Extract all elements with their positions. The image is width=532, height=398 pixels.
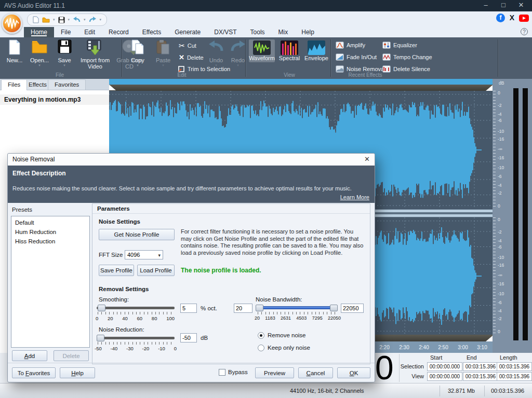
bandwidth-low-input[interactable]: 20 [234,304,252,313]
selection-start-field[interactable]: 00:00:00.000 [427,362,462,371]
file-size-status: 32.871 Mb [448,388,475,394]
delete-silence-button[interactable]: Delete Silence [382,65,430,73]
view-start-field[interactable]: 00:00:00.000 [427,372,462,381]
reduction-slider[interactable] [97,335,175,341]
save-dropdown-arrow[interactable]: ▾ [68,18,70,22]
help-question-icon[interactable]: ? [521,28,528,35]
load-profile-button[interactable]: Load Profile [137,265,175,276]
save-dropdown-arrow[interactable]: ▾ [54,63,75,67]
tab-home[interactable]: Home [24,27,54,37]
open-dropdown-arrow[interactable]: ▾ [53,18,55,22]
add-preset-button[interactable]: Add [12,350,47,361]
db-ruler-label: 0 [498,217,500,222]
bandwidth-high-thumb[interactable] [330,305,338,311]
close-button[interactable]: ✕ [512,0,530,11]
redo-icon[interactable] [89,17,97,23]
equalizer-button[interactable]: Equalizer [382,42,417,49]
reduction-slider-track[interactable] [97,337,175,339]
open-file-icon[interactable] [42,17,50,23]
undo-icon[interactable] [73,17,81,23]
view-length-field[interactable]: 00:03:15.396 [497,372,532,381]
top-zoom-bar[interactable] [109,85,493,91]
selection-length-field[interactable]: 00:03:15.396 [497,362,532,371]
delete-button[interactable]: ✕ Delete [179,53,204,61]
bandwidth-high-input[interactable]: 22050 [341,304,364,313]
save-icon[interactable] [58,17,65,23]
bandwidth-low-thumb[interactable] [256,305,263,311]
copy-button[interactable]: Copy ▾ [126,39,149,67]
get-noise-profile-button[interactable]: Get Noise Profile [99,229,175,240]
cut-button[interactable]: ✂ Cut [179,42,196,50]
bandwidth-slider[interactable] [256,305,338,311]
new-file-icon[interactable] [33,16,39,23]
open-dropdown-arrow[interactable]: ▾ [27,63,52,67]
amplify-button[interactable]: Amplify [336,42,365,49]
tab-dxvst[interactable]: DX/VST [207,27,243,37]
tab-tools[interactable]: Tools [244,27,272,37]
tab-edit[interactable]: Edit [77,27,102,37]
ok-button[interactable]: OK [337,367,370,378]
tab-files[interactable]: Files [1,79,27,90]
selection-end-field[interactable]: 00:03:15.396 [463,362,498,371]
youtube-icon[interactable] [519,15,529,22]
cancel-button[interactable]: Cancel [298,367,333,378]
copy-dropdown-arrow[interactable]: ▾ [126,63,149,67]
smoothing-value-input[interactable]: 5 [180,304,197,313]
dialog-close-icon[interactable]: ✕ [364,155,370,163]
bypass-checkbox[interactable] [219,369,225,376]
zoom-handle-right-icon[interactable] [486,85,493,91]
smoothing-label: Smoothing: [99,296,129,303]
zoom-handle-right-icon[interactable] [486,336,493,341]
bandwidth-slider-track[interactable] [256,306,338,309]
import-from-video-button[interactable]: Import from Video [78,39,112,70]
noise-bandwidth-label: Noise Bandwidth: [256,296,302,303]
preview-button[interactable]: Preview [255,367,294,378]
minimize-button[interactable]: – [477,0,495,11]
keep-only-noise-radio[interactable] [258,345,264,351]
reduction-slider-thumb[interactable] [97,335,104,341]
app-logo-icon[interactable] [2,13,22,34]
tab-help[interactable]: Help [295,27,321,37]
save-profile-button[interactable]: Save Profile [99,265,134,276]
to-favorites-button[interactable]: To Favorites [12,367,56,378]
file-list-item[interactable]: Everything in motion.mp3 [0,94,109,105]
undo-dropdown-arrow[interactable]: ▾ [84,18,86,22]
fade-icon [336,53,344,61]
noise-removal-button[interactable]: Noise Removal [336,65,385,73]
tab-mix[interactable]: Mix [272,27,295,37]
reduction-value-input[interactable]: -50 [180,333,197,342]
tab-record[interactable]: Record [102,27,136,37]
smoothing-slider-track[interactable] [97,307,175,309]
remove-noise-radio[interactable] [258,332,264,339]
x-twitter-icon[interactable]: X [508,13,516,22]
tab-generate[interactable]: Generate [168,27,207,37]
new-button[interactable]: New... [3,39,26,63]
learn-more-link[interactable]: Learn More [340,194,369,200]
help-button[interactable]: Help [60,367,95,378]
fft-size-select[interactable]: 4096 [125,250,163,259]
view-end-field[interactable]: 00:03:15.396 [463,372,498,381]
fade-in-out-button[interactable]: Fade In/Out [336,53,377,61]
tab-file[interactable]: File [54,27,77,37]
ribbon-toolbar: New... Open... ▾ Save ▾ Import from Vide… [0,37,532,79]
preset-item-default[interactable]: Default [11,216,89,227]
envelope-view-button[interactable]: Envelope [303,39,329,62]
maximize-button[interactable]: □ [495,0,512,11]
redo-dropdown-arrow[interactable]: ▾ [100,18,102,22]
dialog-title-bar[interactable]: Noise Removal ✕ [8,154,375,166]
zoom-handle-left-icon[interactable] [109,85,116,90]
preset-item-hum-reduction[interactable]: Hum Reduction [11,227,89,237]
save-button[interactable]: Save ▾ [54,39,75,67]
smoothing-slider-thumb[interactable] [98,305,105,311]
waveform-view-button[interactable]: Waveform [249,39,275,62]
tab-favorites[interactable]: Favorites [48,79,86,90]
spectral-view-button[interactable]: Spectral [276,39,302,62]
preset-item-hiss-reduction[interactable]: Hiss Reduction [11,237,89,246]
tempo-change-button[interactable]: Tempo Change [382,53,432,61]
db-ruler-label: -10 [498,129,504,134]
facebook-icon[interactable]: f [496,13,505,22]
smoothing-slider[interactable] [97,305,175,311]
tab-effects[interactable]: Effects [136,27,168,37]
open-button[interactable]: Open... ▾ [27,39,52,67]
trim-icon [178,65,185,73]
